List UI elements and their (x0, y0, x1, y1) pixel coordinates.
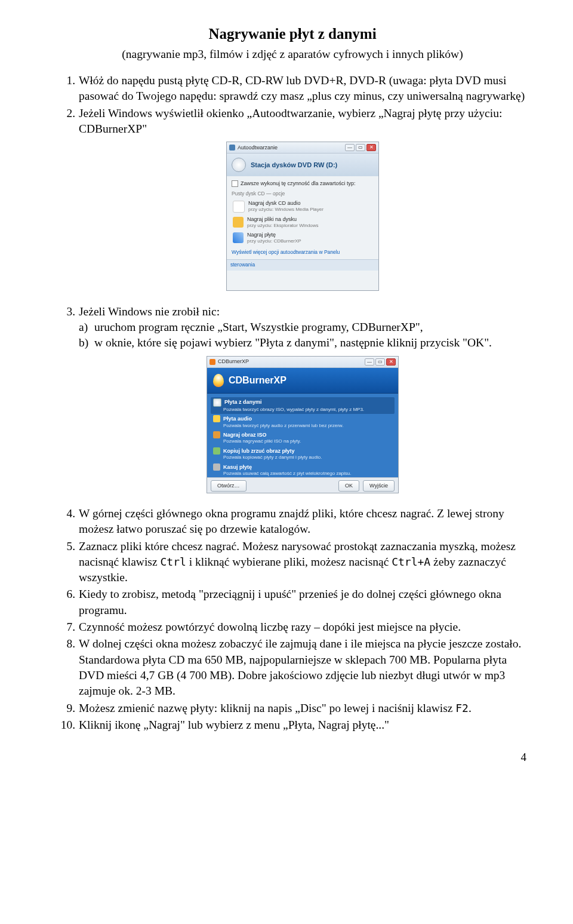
task-subtitle: Pozwala nagrywać pliki ISO na płyty. (223, 438, 392, 445)
step-text: Jeżeli Windows wyświetlił okienko „Autoo… (79, 107, 502, 135)
drive-header: Stacja dysków DVD RW (D:) (227, 154, 378, 176)
disc-icon (232, 158, 246, 172)
task-audio-disc[interactable]: Płyta audio Pozwala tworzyć płyty audio … (211, 414, 395, 430)
doc-subtitle: (nagrywanie mp3, filmów i zdjęć z aparat… (58, 47, 526, 62)
copy-icon (213, 447, 220, 455)
always-label: Zawsze wykonuj tę czynność dla zawartośc… (241, 180, 356, 187)
step-text-a: Możesz zmienić nazwę płyty: kliknij na n… (79, 702, 455, 714)
maximize-icon[interactable]: ▭ (375, 358, 385, 366)
task-subtitle: Pozwala kopiować płyty z danymi i płyty … (223, 455, 392, 461)
app-icon (229, 145, 235, 151)
step-8: W dolnej części okna możesz zobaczyć ile… (58, 636, 526, 699)
app-icon (210, 359, 215, 365)
step-text-b: i kliknąć wybierane pliki, możesz nacisn… (186, 555, 392, 568)
step-3: Jeżeli Windows nie zrobił nic: a) urucho… (58, 304, 526, 498)
task-list: Płyta z danymi Pozwala tworzyć obrazy IS… (207, 394, 398, 477)
autoplay-option-cdburnerxp[interactable]: Nagraj płytę przy użyciu: CDBurnerXP (232, 231, 374, 247)
key-f2: F2 (455, 702, 469, 714)
task-title: Kopiuj lub zrzuć obraz płyty (223, 447, 295, 455)
step-6: Kiedy to zrobisz, metodą "przeciągnij i … (58, 587, 526, 618)
window-buttons: — ▭ ✕ (365, 358, 396, 366)
open-button[interactable]: Otwórz… (211, 480, 247, 491)
step-2: Jeżeli Windows wyświetlił okienko „Autoo… (58, 106, 526, 296)
task-title: Nagraj obraz ISO (223, 431, 267, 438)
task-subtitle: Pozwala tworzyć obrazy ISO, wypalać płyt… (223, 407, 392, 413)
task-title: Płyta z danymi (224, 398, 262, 406)
window-buttons: — ▭ ✕ (345, 144, 376, 151)
maximize-icon[interactable]: ▭ (356, 144, 365, 151)
task-burn-iso[interactable]: Nagraj obraz ISO Pozwala nagrywać pliki … (211, 430, 395, 446)
dialog-footer: sterowania (227, 259, 378, 270)
minimize-icon[interactable]: — (345, 144, 355, 151)
minimize-icon[interactable]: — (365, 358, 374, 366)
bullet-b: b) (79, 335, 88, 351)
step-3b: b) w oknie, które się pojawi wybierz "Pł… (79, 335, 526, 351)
step-9: Możesz zmienić nazwę płyty: kliknij na n… (58, 701, 526, 716)
task-erase-disc[interactable]: Kasuj płytę Pozwala usuwać całą zawartoś… (211, 462, 395, 478)
step-4: W górnej części głównego okna programu z… (58, 506, 526, 538)
substep-text: w oknie, które się pojawi wybierz "Płyta… (94, 336, 492, 349)
step-text: W dolnej części okna możesz zobaczyć ile… (79, 637, 521, 697)
step-7: Czynność możesz powtórzyć dowolną liczbę… (58, 619, 526, 635)
group-label: Pusty dysk CD — opcje (232, 191, 374, 197)
steps-list: Włóż do napędu pustą płytę CD-R, CD-RW l… (58, 73, 526, 733)
option-title: Nagraj pliki na dysku (247, 217, 319, 223)
task-title: Kasuj płytę (223, 463, 252, 471)
step-3-sublist: a) uruchom program ręcznie „Start, Wszys… (79, 320, 526, 351)
option-title: Nagraj dysk CD audio (248, 201, 324, 207)
folder-icon (233, 217, 244, 228)
step-text-b: . (469, 702, 472, 714)
flame-icon (213, 374, 224, 387)
step-text: Kliknij ikonę „Nagraj" lub wybierz z men… (79, 719, 389, 731)
step-text: Włóż do napędu pustą płytę CD-R, CD-RW l… (79, 74, 525, 102)
figure-cdburnerxp: CDBurnerXP — ▭ ✕ CDBurnerXP Płyta z (79, 356, 526, 498)
autoplay-option-audio[interactable]: Nagraj dysk CD audio przy użyciu: Window… (232, 199, 374, 215)
task-data-disc[interactable]: Płyta z danymi Pozwala tworzyć obrazy IS… (211, 397, 395, 415)
option-subtitle: przy użyciu: Windows Media Player (248, 207, 324, 213)
dialog-title: Autoodtwarzanie (238, 144, 278, 151)
step-text: Kiedy to zrobisz, metodą "przeciągnij i … (79, 588, 501, 616)
key-ctrl-a: Ctrl+A (392, 555, 430, 568)
step-text: W górnej części głównego okna programu z… (79, 507, 504, 535)
dialog-button-row: Otwórz… OK Wyjście (207, 477, 398, 493)
bullet-a: a) (79, 320, 88, 335)
step-10: Kliknij ikonę „Nagraj" lub wybierz z men… (58, 717, 526, 733)
task-title: Płyta audio (223, 415, 252, 422)
step-5: Zaznacz pliki które chcesz nagrać. Możes… (58, 539, 526, 586)
option-subtitle: przy użyciu: CDBurnerXP (247, 238, 301, 245)
task-copy-disc[interactable]: Kopiuj lub zrzuć obraz płyty Pozwala kop… (211, 446, 395, 462)
figure-autoplay: Autoodtwarzanie — ▭ ✕ Stacja dysków DVD … (79, 142, 526, 295)
substep-text: uruchom program ręcznie „Start, Wszystki… (94, 321, 423, 333)
step-1: Włóż do napędu pustą płytę CD-R, CD-RW l… (58, 73, 526, 105)
ok-button[interactable]: OK (338, 480, 359, 491)
step-text: Jeżeli Windows nie zrobił nic: (79, 305, 220, 318)
page-number: 4 (58, 750, 526, 765)
disc-icon (213, 398, 221, 407)
document-page: Nagrywanie płyt z danymi (nagrywanie mp3… (0, 0, 573, 789)
close-icon[interactable]: ✕ (366, 144, 376, 151)
dialog-title: CDBurnerXP (218, 358, 249, 365)
iso-icon (213, 431, 220, 438)
checkbox-icon[interactable] (232, 180, 238, 187)
music-note-icon (213, 415, 220, 422)
burn-icon (233, 232, 244, 243)
option-subtitle: przy użyciu: Eksplorator Windows (247, 223, 319, 229)
erase-icon (213, 463, 220, 471)
step-text: Czynność możesz powtórzyć dowolną liczbę… (79, 621, 461, 633)
option-title: Nagraj płytę (247, 232, 301, 238)
cdburnerxp-window: CDBurnerXP — ▭ ✕ CDBurnerXP Płyta z (207, 356, 399, 493)
always-checkbox-row[interactable]: Zawsze wykonuj tę czynność dla zawartośc… (232, 180, 374, 187)
close-icon[interactable]: ✕ (386, 358, 396, 366)
step-3a: a) uruchom program ręcznie „Start, Wszys… (79, 320, 526, 335)
app-banner: CDBurnerXP (207, 368, 398, 394)
key-ctrl: Ctrl (160, 555, 186, 568)
task-subtitle: Pozwala usuwać całą zawartość z płyt wie… (223, 471, 392, 477)
task-subtitle: Pozwala tworzyć płyty audio z przerwami … (223, 423, 392, 429)
autoplay-option-explorer[interactable]: Nagraj pliki na dysku przy użyciu: Ekspl… (232, 215, 374, 231)
exit-button[interactable]: Wyjście (363, 480, 395, 491)
cd-audio-icon (233, 201, 245, 213)
autoplay-dialog: Autoodtwarzanie — ▭ ✕ Stacja dysków DVD … (226, 142, 379, 291)
drive-label: Stacja dysków DVD RW (D:) (251, 161, 337, 170)
dialog-titlebar: Autoodtwarzanie — ▭ ✕ (227, 142, 378, 154)
more-options-link[interactable]: Wyświetl więcej opcji autoodtwarzania w … (232, 247, 374, 256)
